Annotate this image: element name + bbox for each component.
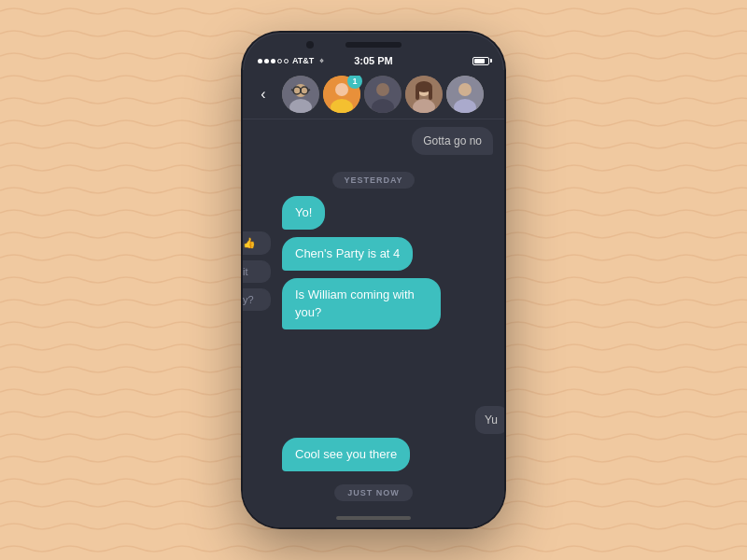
svg-line-8 <box>291 90 293 91</box>
avatar-wrap-2[interactable]: 1 <box>323 76 360 113</box>
wifi-icon: ⌖ <box>319 56 324 66</box>
avatar-badge-2: 1 <box>347 76 362 89</box>
signal-dot-1 <box>258 59 262 63</box>
avatar-wrap-4[interactable] <box>405 76 443 113</box>
svg-point-23 <box>458 83 472 96</box>
messages-area: Gotta go no YESTERDAY 👍 it y? Yu Yo! Che… <box>243 119 504 509</box>
svg-rect-20 <box>429 87 432 100</box>
partial-right-text: Yu <box>475 406 504 434</box>
signal-dot-4 <box>277 59 282 63</box>
signal-dot-2 <box>264 59 269 63</box>
partial-left-messages: 👍 it y? <box>243 231 271 311</box>
avatar-1 <box>282 76 319 113</box>
svg-point-11 <box>335 83 348 96</box>
phone-top-bar <box>243 33 504 51</box>
status-time: 3:05 PM <box>354 55 393 66</box>
message-bubble-last: Cool see you there <box>254 438 410 471</box>
status-left: AT&T ⌖ <box>258 56 324 66</box>
message-bubble-1: Yo! <box>282 196 325 230</box>
status-right <box>472 57 489 65</box>
signal-dots <box>258 59 289 63</box>
svg-point-14 <box>376 83 389 96</box>
partial-msg-left-1: 👍 <box>243 231 271 255</box>
avatar-5 <box>446 76 484 113</box>
timestamp-area: JUST NOW <box>254 484 493 501</box>
date-divider: YESTERDAY <box>254 172 493 189</box>
date-label: YESTERDAY <box>332 172 414 189</box>
front-camera <box>306 41 314 49</box>
avatar-4 <box>405 76 443 113</box>
svg-line-9 <box>308 90 310 91</box>
avatar-wrap-3[interactable] <box>364 76 402 113</box>
avatar-wrap-5[interactable] <box>446 76 484 113</box>
carrier-label: AT&T <box>292 56 314 65</box>
back-button[interactable]: ‹ <box>250 81 276 107</box>
avatar-3 <box>364 76 402 113</box>
timestamp-label: JUST NOW <box>334 484 413 501</box>
speaker-grille <box>345 42 402 48</box>
signal-dot-5 <box>284 59 289 63</box>
message-bubble-3: Is William coming with you? <box>282 278 441 329</box>
partial-message-top: Gotta go no <box>412 127 493 155</box>
status-bar: AT&T ⌖ 3:05 PM <box>243 51 504 70</box>
home-indicator[interactable] <box>336 516 411 520</box>
phone-bottom <box>243 509 504 527</box>
avatar-strip: 1 <box>282 76 497 113</box>
bubble-text-1: Yo! <box>282 196 325 230</box>
battery-icon <box>472 57 489 65</box>
avatar-wrap-1[interactable] <box>282 76 319 113</box>
bubble-text-3: Is William coming with you? <box>282 278 441 329</box>
partial-msg-left-3: y? <box>243 288 271 311</box>
chat-header: ‹ <box>243 70 504 119</box>
bubble-text-last: Cool see you there <box>282 438 410 471</box>
signal-dot-3 <box>271 59 275 63</box>
partial-msg-left-2: it <box>243 260 271 283</box>
svg-rect-19 <box>416 87 419 100</box>
bubble-text-2: Chen's Party is at 4 <box>282 237 413 271</box>
partial-msg-right-mid: Yu <box>475 406 504 434</box>
battery-fill <box>474 59 485 63</box>
message-bubble-2: Chen's Party is at 4 <box>282 237 413 271</box>
phone-shell: AT&T ⌖ 3:05 PM ‹ <box>243 33 504 527</box>
